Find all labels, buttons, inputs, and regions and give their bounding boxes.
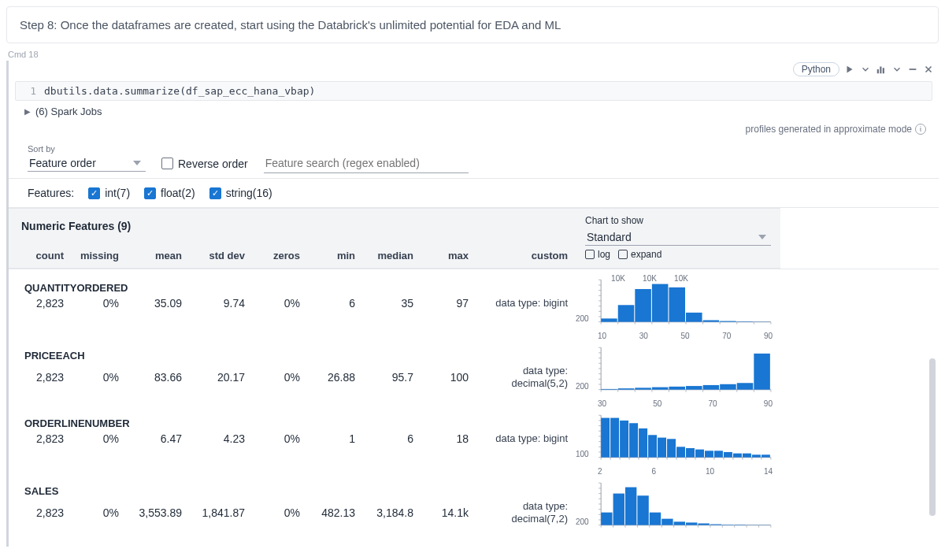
svg-rect-3 xyxy=(910,69,917,70)
svg-rect-31 xyxy=(686,313,702,322)
svg-rect-65 xyxy=(720,384,736,390)
val-mean: 83.66 xyxy=(127,371,190,384)
feature-block: ORDERLINENUMBER2,8230%6.474.230%1618data… xyxy=(9,405,576,473)
chart-y-ref: 200 xyxy=(576,382,589,391)
filter-int[interactable]: int(7) xyxy=(88,187,130,199)
col-stddev: std dev xyxy=(190,250,253,261)
features-label: Features: xyxy=(28,187,74,199)
svg-rect-153 xyxy=(735,525,746,525)
svg-rect-67 xyxy=(754,354,770,390)
title-text: Step 8: Once the dataframes are created,… xyxy=(20,18,561,32)
val-max: 100 xyxy=(421,371,476,384)
val-count: 2,823 xyxy=(9,297,72,310)
column-headers: count missing mean std dev zeros min med… xyxy=(9,243,576,268)
cell-toolbar: Python xyxy=(9,61,939,78)
log-checkbox[interactable]: log xyxy=(585,249,610,260)
col-custom: custom xyxy=(476,250,576,261)
code-editor[interactable]: 1 dbutils.data.summarize(df_sap_ecc_hana… xyxy=(15,81,932,101)
svg-rect-27 xyxy=(618,305,635,321)
svg-rect-66 xyxy=(737,383,754,389)
filter-float[interactable]: float(2) xyxy=(144,187,195,199)
val-median: 3,184.8 xyxy=(363,506,421,519)
svg-rect-108 xyxy=(695,450,704,458)
svg-rect-150 xyxy=(698,524,709,525)
val-missing: 0% xyxy=(72,432,127,445)
info-icon[interactable]: i xyxy=(915,124,926,135)
chart-y-ref: 100 xyxy=(576,450,589,458)
chart-x-labels: 30507090 xyxy=(596,399,774,408)
section-title: Numeric Features (9) xyxy=(9,209,576,243)
type-filter-row: Features: int(7) float(2) string(16) xyxy=(9,179,939,208)
svg-rect-147 xyxy=(662,519,673,525)
bar-chart-icon[interactable] xyxy=(876,64,887,75)
chart-y-ref: 200 xyxy=(576,314,589,323)
profiles-note: profiles generated in approximate mode i xyxy=(9,122,939,143)
histogram-svg xyxy=(596,276,774,329)
svg-rect-143 xyxy=(613,494,624,525)
checkbox-icon xyxy=(618,250,628,259)
val-max: 18 xyxy=(421,432,476,445)
triangle-right-icon: ▶ xyxy=(24,107,31,116)
feature-name: QUANTITYORDERED xyxy=(9,282,576,294)
svg-rect-106 xyxy=(676,447,685,457)
close-icon[interactable] xyxy=(923,64,934,75)
dropdown-icon[interactable] xyxy=(860,64,871,75)
svg-rect-151 xyxy=(710,525,721,525)
histogram-svg xyxy=(596,411,774,465)
svg-rect-59 xyxy=(618,388,635,390)
feature-search-input[interactable] xyxy=(264,154,469,173)
spark-jobs-label: (6) Spark Jobs xyxy=(35,106,102,117)
feature-stats-row: 2,8230%6.474.230%1618data type: bigint xyxy=(9,432,576,445)
chart-top-labels: 10K10K10K xyxy=(602,274,697,283)
filter-string[interactable]: string(16) xyxy=(209,187,272,199)
svg-rect-113 xyxy=(743,454,751,458)
expand-checkbox[interactable]: expand xyxy=(618,249,662,260)
svg-rect-105 xyxy=(667,439,676,457)
feature-block: SALES2,8230%3,553.891,841.870%482.133,18… xyxy=(9,473,576,540)
val-zeros: 0% xyxy=(253,432,308,445)
cmd-label: Cmd 18 xyxy=(8,50,945,59)
chart-type-select[interactable]: Standard xyxy=(585,229,771,246)
val-stddev: 9.74 xyxy=(190,297,253,310)
sort-by-select[interactable]: Feature order xyxy=(28,155,146,172)
sort-by-label: Sort by xyxy=(28,144,146,154)
svg-rect-100 xyxy=(620,421,628,458)
histogram-chart: 20030507090 xyxy=(576,343,780,408)
svg-rect-63 xyxy=(686,386,702,390)
val-mean: 3,553.89 xyxy=(127,506,190,519)
col-zeros: zeros xyxy=(253,250,308,261)
svg-rect-107 xyxy=(686,448,695,458)
stats-header: Numeric Features (9) count missing mean … xyxy=(9,208,576,269)
checkbox-icon xyxy=(585,250,595,259)
feature-stats-row: 2,8230%3,553.891,841.870%482.133,184.814… xyxy=(9,500,576,525)
svg-rect-152 xyxy=(722,525,733,525)
language-pill[interactable]: Python xyxy=(793,62,839,76)
svg-rect-102 xyxy=(639,428,647,458)
profile-controls: Sort by Feature order Reverse order xyxy=(9,143,939,179)
val-min: 482.13 xyxy=(308,506,363,519)
output-area: profiles generated in approximate mode i… xyxy=(9,122,939,547)
val-zeros: 0% xyxy=(253,371,308,384)
svg-rect-1 xyxy=(880,67,881,74)
sort-by-group: Sort by Feature order xyxy=(28,144,146,172)
checkbox-icon xyxy=(161,158,173,169)
histogram-chart: 10K10K10K2001030507090 xyxy=(576,276,780,340)
chevron-down-icon[interactable] xyxy=(891,64,902,75)
val-missing: 0% xyxy=(72,371,127,384)
val-mean: 6.47 xyxy=(127,432,190,445)
minimize-icon[interactable] xyxy=(907,64,918,75)
val-min: 26.88 xyxy=(308,371,363,384)
scrollbar[interactable] xyxy=(929,358,936,516)
spark-jobs-toggle[interactable]: ▶ (6) Spark Jobs xyxy=(24,106,939,117)
svg-rect-0 xyxy=(877,69,879,73)
reverse-order-checkbox[interactable]: Reverse order xyxy=(161,158,248,170)
run-icon[interactable] xyxy=(844,64,855,75)
val-count: 2,823 xyxy=(9,371,72,384)
svg-rect-142 xyxy=(601,513,612,525)
val-mean: 35.09 xyxy=(127,297,190,310)
svg-rect-99 xyxy=(610,418,619,458)
feature-stats-row: 2,8230%83.6620.170%26.8895.7100data type… xyxy=(9,365,576,389)
svg-rect-64 xyxy=(703,385,720,390)
feature-name: ORDERLINENUMBER xyxy=(9,417,576,429)
line-number: 1 xyxy=(16,85,44,97)
